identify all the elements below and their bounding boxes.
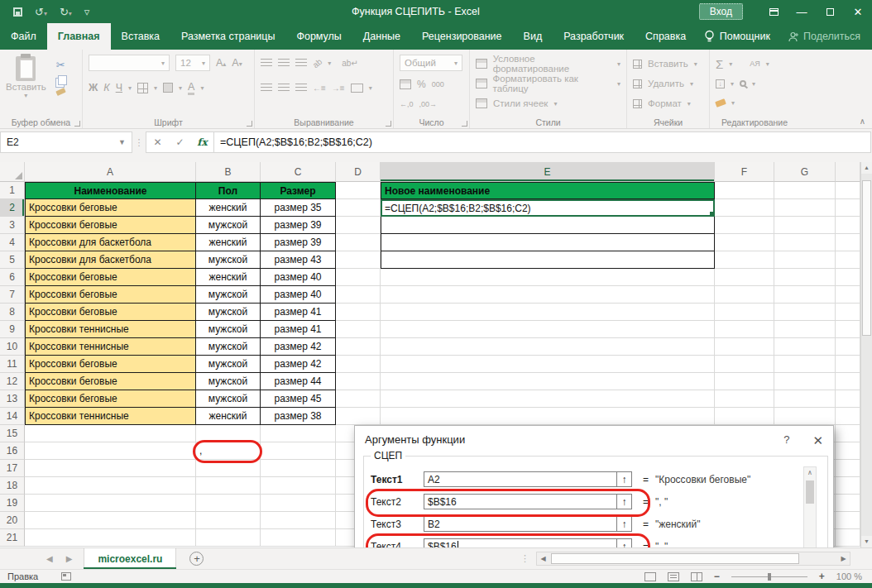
cell-D14[interactable] [336,408,381,425]
cell-A8[interactable]: Кроссовки беговые [25,304,196,321]
tab-1[interactable]: Главная [47,23,111,50]
row-header-11[interactable]: 11 [0,356,25,373]
row-header-21[interactable]: 21 [0,529,25,547]
cell-B19[interactable] [196,495,261,512]
borders-icon[interactable] [137,83,148,93]
cell-B12[interactable]: мужской [196,373,261,390]
undo-icon[interactable]: ↺▾ [35,6,47,18]
prev-sheet-icon[interactable]: ◀ [46,554,53,563]
cell-D3[interactable] [336,217,381,234]
tab-6[interactable]: Рецензирование [411,23,513,50]
vertical-scroll-thumb[interactable] [862,180,871,336]
number-format-dropdown[interactable]: Общий▾ [400,55,462,71]
page-layout-view-icon[interactable] [668,572,679,581]
cell-C14[interactable]: размер 38 [261,408,336,425]
column-header-A[interactable]: A [25,162,196,182]
arg-input[interactable]: $B$16 [424,538,617,547]
cell-C10[interactable]: размер 42 [261,338,336,356]
maximize-button[interactable] [816,6,844,18]
zoom-out-icon[interactable]: − [714,571,720,582]
zoom-slider[interactable] [731,576,807,577]
cell-A21[interactable] [25,529,196,547]
cell-D1[interactable] [336,182,381,199]
cell-E8[interactable] [381,304,715,321]
cell-A4[interactable]: Кроссовки для баскетбола [25,234,196,251]
cell-G7[interactable] [774,286,836,304]
cell-E7[interactable] [381,286,715,304]
next-sheet-icon[interactable]: ▶ [66,554,73,563]
dialog-scroll-up-icon[interactable]: ∧ [804,469,816,476]
cell-A14[interactable]: Кроссовки теннисные [25,408,196,425]
cell-E2[interactable]: =СЦЕП(A2;$B$16;B2;$B$16;C2) [381,199,715,217]
cell-G8[interactable] [774,304,836,321]
clipboard-dialog-launcher-icon[interactable] [74,121,80,127]
cell-C5[interactable]: размер 43 [261,251,336,269]
cell-E1[interactable]: Новое наименование [381,182,715,199]
cell-A18[interactable] [25,477,196,495]
scroll-up-icon[interactable]: ▲ [861,162,872,174]
cell-D11[interactable] [336,356,381,373]
cell-F9[interactable] [715,321,774,338]
font-dialog-launcher-icon[interactable] [247,121,252,127]
name-box[interactable]: E2 ▼ [0,131,132,153]
cell-E11[interactable] [381,356,715,373]
ribbon-display-options-icon[interactable] [759,6,788,18]
cell-G6[interactable] [774,269,836,286]
cell-G12[interactable] [774,373,836,390]
zoom-level[interactable]: 100 % [836,571,862,581]
collapse-dialog-icon[interactable]: ↑ [616,494,632,509]
find-select-icon[interactable] [740,80,746,87]
cell-styles-button[interactable]: Стили ячеек [493,98,548,108]
cancel-entry-icon[interactable]: ✕ [146,136,169,148]
cell-E3[interactable] [381,217,715,234]
align-bottom-icon[interactable] [295,59,307,67]
cell-C7[interactable]: размер 40 [261,286,336,304]
cell-A9[interactable]: Кроссовки теннисные [25,321,196,338]
normal-view-icon[interactable] [644,572,656,581]
cell-D4[interactable] [336,234,381,251]
cell-A11[interactable]: Кроссовки беговые [25,356,196,373]
cell-D9[interactable] [336,321,381,338]
conditional-formatting-button[interactable]: Условное форматирование [493,54,611,74]
cell-F5[interactable] [715,251,774,269]
row-header-18[interactable]: 18 [0,477,25,495]
cell-A15[interactable] [25,425,196,442]
cell-B20[interactable] [196,512,261,529]
save-icon[interactable] [13,7,22,17]
arg-input[interactable]: B2 [424,516,617,532]
tab-3[interactable]: Разметка страницы [170,23,285,50]
row-header-20[interactable]: 20 [0,512,25,529]
decrease-indent-icon[interactable]: ←≡ [313,84,326,93]
merge-center-icon[interactable] [351,84,363,93]
tab-4[interactable]: Формулы [285,23,352,50]
cell-B6[interactable]: женский [196,269,261,286]
cell-F2[interactable] [715,199,774,217]
align-top-icon[interactable] [261,59,272,67]
collapse-dialog-icon[interactable]: ↑ [616,516,632,532]
row-header-8[interactable]: 8 [0,304,25,321]
name-box-dropdown-icon[interactable]: ▼ [118,138,126,146]
cell-D10[interactable] [336,338,381,356]
cell-C17[interactable] [261,460,336,477]
cell-A1[interactable]: Наименование [25,182,196,199]
cell-C3[interactable]: размер 39 [261,217,336,234]
scroll-left-icon[interactable]: ◀ [537,555,549,562]
cell-F1[interactable] [715,182,774,199]
cell-G3[interactable] [774,217,836,234]
cell-G1[interactable] [774,182,836,199]
cell-G4[interactable] [774,234,836,251]
cell-C1[interactable]: Размер [261,182,336,199]
format-painter-icon[interactable] [55,88,66,96]
bold-button[interactable]: Ж [89,82,98,93]
copy-icon[interactable] [58,75,67,85]
sign-in-button[interactable]: Вход [699,3,743,20]
cell-A16[interactable] [25,442,196,460]
close-button[interactable]: ✕ [844,6,872,18]
scroll-right-icon[interactable]: ▶ [837,555,850,562]
cell-B7[interactable]: мужской [196,286,261,304]
cell-F10[interactable] [715,338,774,356]
cell-C21[interactable] [261,529,336,547]
tab-2[interactable]: Вставка [111,23,170,50]
horizontal-scrollbar[interactable]: ◀ ▶ [536,552,850,566]
cell-A6[interactable]: Кроссовки беговые [25,269,196,286]
